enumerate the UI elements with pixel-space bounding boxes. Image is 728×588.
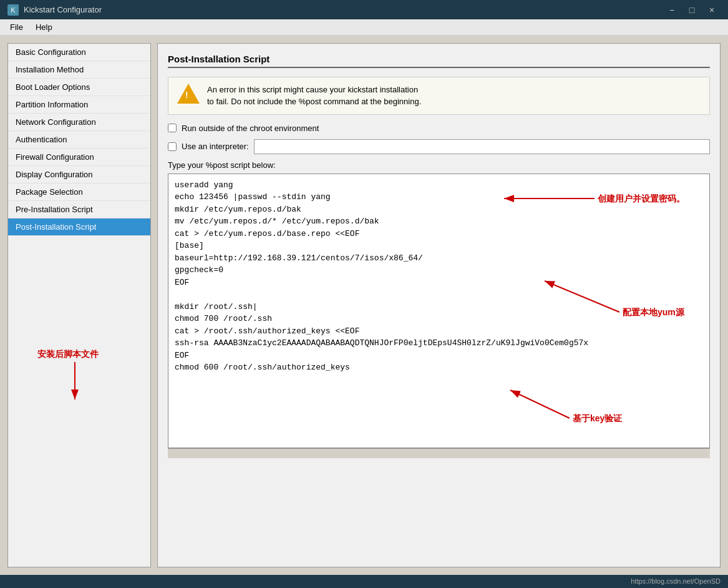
bottom-bar: https://blog.csdn.net/OpenSD [0, 575, 728, 588]
sidebar-item-boot-loader-options[interactable]: Boot Loader Options [8, 79, 150, 96]
warning-icon [177, 84, 200, 106]
main-window: Basic Configuration Installation Method … [0, 36, 728, 575]
section-title: Post-Installation Script [168, 54, 710, 68]
warning-text: An error in this script might cause your… [207, 84, 421, 108]
minimize-button[interactable]: − [663, 4, 681, 16]
scroll-bar[interactable] [168, 448, 710, 458]
title-bar-controls: − □ × [663, 4, 721, 16]
interpreter-checkbox-row: Use an interpreter: [168, 139, 710, 154]
menu-file[interactable]: File [5, 21, 28, 33]
sidebar-item-package-selection[interactable]: Package Selection [8, 184, 150, 201]
sidebar-item-partition-information[interactable]: Partition Information [8, 96, 150, 114]
sidebar-item-installation-method[interactable]: Installation Method [8, 61, 150, 79]
app-icon: K [7, 4, 19, 16]
warning-triangle [177, 84, 200, 104]
sidebar-item-pre-installation-script[interactable]: Pre-Installation Script [8, 201, 150, 218]
sidebar-item-display-configuration[interactable]: Display Configuration [8, 166, 150, 184]
interpreter-label: Use an interpreter: [182, 142, 249, 151]
chroot-label: Run outside of the chroot environment [182, 124, 319, 133]
warning-box: An error in this script might cause your… [168, 77, 710, 115]
content-area: Post-Installation Script An error in thi… [157, 43, 721, 567]
sidebar: Basic Configuration Installation Method … [7, 43, 151, 567]
chroot-checkbox[interactable] [168, 124, 177, 132]
title-bar-title: Kickstart Configurator [24, 5, 102, 14]
sidebar-item-post-installation-script[interactable]: Post-Installation Script [8, 218, 150, 236]
title-bar: K Kickstart Configurator − □ × [0, 0, 728, 19]
menu-help[interactable]: Help [31, 21, 57, 33]
bottom-url: https://blog.csdn.net/OpenSD [631, 577, 721, 585]
menu-bar: File Help [0, 19, 728, 35]
sidebar-item-firewall-configuration[interactable]: Firewall Configuration [8, 149, 150, 166]
title-bar-left: K Kickstart Configurator [7, 4, 102, 16]
sidebar-item-network-configuration[interactable]: Network Configuration [8, 114, 150, 131]
sidebar-item-basic-configuration[interactable]: Basic Configuration [8, 44, 150, 61]
window-frame: K Kickstart Configurator − □ × File Help… [0, 0, 728, 588]
interpreter-input[interactable] [254, 139, 710, 154]
app-icon-text: K [11, 6, 15, 14]
maximize-button[interactable]: □ [683, 4, 701, 16]
interpreter-checkbox[interactable] [168, 142, 177, 151]
script-container[interactable]: useradd yang echo 123456 |passwd --stdin… [168, 174, 710, 448]
sidebar-item-authentication[interactable]: Authentication [8, 131, 150, 149]
chroot-checkbox-row: Run outside of the chroot environment [168, 124, 710, 133]
close-button[interactable]: × [703, 4, 721, 16]
script-type-label: Type your %post script below: [168, 160, 710, 170]
